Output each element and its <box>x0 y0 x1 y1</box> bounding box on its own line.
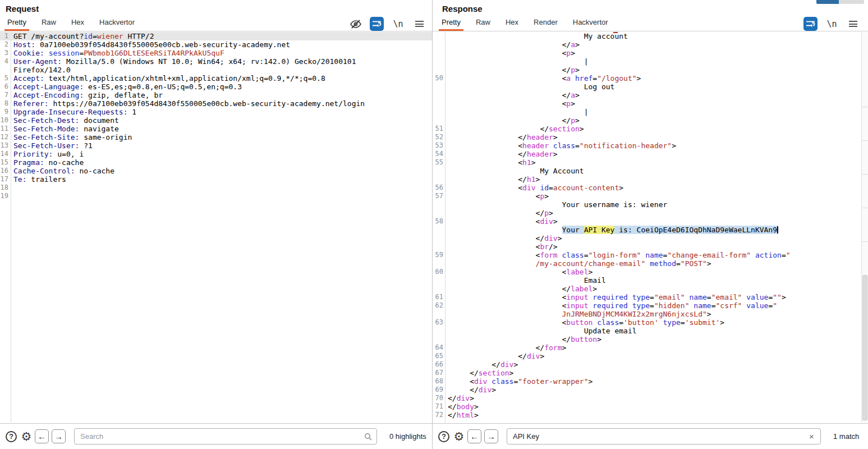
code-line: 15Pragma: no-cache <box>0 158 432 167</box>
tab-hackvertor[interactable]: Hackvertor <box>99 18 135 31</box>
code-line: 52 </header> <box>433 133 868 141</box>
line-number: 13 <box>0 141 8 150</box>
menu-icon[interactable] <box>412 17 426 31</box>
code-line: 3Cookie: session=PWbmob1G6DLtESEeRSiTA4R… <box>0 49 432 57</box>
tab-pretty[interactable]: Pretty <box>7 18 26 31</box>
line-number: 8 <box>0 99 8 108</box>
code-line: 55 <h1> <box>433 158 868 167</box>
code-line: <p> <box>433 49 868 57</box>
code-line: 57 <p> <box>433 192 868 200</box>
request-editor[interactable]: 1GET /my-account?id=wiener HTTP/22Host: … <box>0 32 432 423</box>
code-line: </h1> <box>433 175 868 184</box>
search-settings-gear-icon[interactable]: ⚙ <box>452 430 466 443</box>
line-number: 71 <box>433 402 443 411</box>
search-next-button[interactable]: → <box>52 429 66 443</box>
line-number: 11 <box>0 125 8 133</box>
menu-icon[interactable] <box>846 17 860 31</box>
code-line: 68 <div class="footer-wrapper"> <box>433 377 868 386</box>
response-editor[interactable]: My account </a> <p> | </p>50 <a href="/l… <box>433 32 868 423</box>
window-toggle-partial[interactable] <box>816 0 864 4</box>
code-line: </p> <box>433 209 868 217</box>
line-number: 3 <box>0 49 8 57</box>
code-line: 14Priority: u=0, i <box>0 150 432 158</box>
code-line: 16Cache-Control: no-cache <box>0 167 432 175</box>
newline-chars-icon[interactable]: \n <box>825 17 839 31</box>
code-line: 9Upgrade-Insecure-Requests: 1 <box>0 108 432 116</box>
burp-message-editor-window: Request PrettyRawHexHackvertor \n 1GE <box>0 0 868 449</box>
code-line: 67 </section> <box>433 369 868 377</box>
code-line: Your API Key is: CoeiOpE4eD6IOqDhNaD9eWa… <box>433 226 868 234</box>
code-line: </div> <box>433 234 868 242</box>
code-line: 51 </section> <box>433 125 868 133</box>
code-line: Firefox/142.0 <box>0 66 432 74</box>
clear-search-icon[interactable]: × <box>807 432 816 441</box>
tab-raw[interactable]: Raw <box>42 18 56 31</box>
line-number: 12 <box>0 133 8 141</box>
help-icon[interactable]: ? <box>4 430 18 443</box>
line-number: 1 <box>0 32 8 40</box>
request-search-status: 0 highlights <box>389 432 426 441</box>
tab-render[interactable]: Render <box>534 18 558 31</box>
tab-hackvertor[interactable]: Hackvertor <box>573 18 608 31</box>
response-scrollbar[interactable] <box>861 32 868 423</box>
line-number: 51 <box>433 125 443 133</box>
line-number: 2 <box>0 40 8 49</box>
eye-hidden-icon[interactable] <box>348 17 362 31</box>
code-line: 2Host: 0a7100eb039f054d8430f550005e00cb.… <box>0 40 432 49</box>
line-number: 68 <box>433 377 443 386</box>
wrap-lines-icon[interactable] <box>370 17 384 31</box>
line-number: 64 <box>433 343 443 352</box>
line-number: 57 <box>433 192 443 200</box>
code-line: | <box>433 57 868 66</box>
search-settings-gear-icon[interactable]: ⚙ <box>20 430 33 443</box>
tab-pretty[interactable]: Pretty <box>442 18 461 31</box>
search-prev-button[interactable]: ← <box>467 429 481 443</box>
scrollbar-thumb[interactable] <box>862 275 867 420</box>
code-line: My account <box>433 32 868 40</box>
line-number: 17 <box>0 175 8 184</box>
code-line: 8Referer: https://0a7100eb039f054d8430f5… <box>0 99 432 108</box>
response-panel: Response PrettyRawHexRenderHackvertor \n… <box>433 0 868 449</box>
line-number: 14 <box>0 150 8 158</box>
line-number: 10 <box>0 116 8 125</box>
code-line: </a> <box>433 40 868 49</box>
line-number: 19 <box>0 192 8 200</box>
code-line: 62 <input required type="hidden" name="c… <box>433 301 868 310</box>
code-line: 61 <input required type="email" name="em… <box>433 293 868 301</box>
line-number: 69 <box>433 386 443 394</box>
response-search-input[interactable] <box>507 428 821 445</box>
tab-hex[interactable]: Hex <box>71 18 84 31</box>
line-number: 15 <box>0 158 8 167</box>
response-searchbar: ? ⚙ ← → × 1 match <box>433 423 868 449</box>
help-icon[interactable]: ? <box>437 430 451 443</box>
code-line: </p> <box>433 66 868 74</box>
code-line: 54 </header> <box>433 150 868 158</box>
code-line: 50 <a href="/logout"> <box>433 74 868 83</box>
newline-chars-icon[interactable]: \n <box>391 17 405 31</box>
line-number: 54 <box>433 150 443 158</box>
response-tabbar: PrettyRawHexRenderHackvertor <box>433 16 868 31</box>
line-number: 60 <box>433 268 443 276</box>
line-number: 65 <box>433 352 443 360</box>
code-line: Log out <box>433 83 868 91</box>
code-line: 65 </div> <box>433 352 868 360</box>
code-line: 56 <div id=account-content> <box>433 184 868 192</box>
code-line: 59 <form class="login-form" name="change… <box>433 251 868 259</box>
code-line: 60 <label> <box>433 268 868 276</box>
search-prev-button[interactable]: ← <box>35 429 49 443</box>
tab-hex[interactable]: Hex <box>506 18 518 31</box>
code-line: 69 </div> <box>433 386 868 394</box>
request-search-input[interactable] <box>74 428 377 445</box>
request-editor-toolbar: \n <box>348 17 426 31</box>
wrap-lines-icon[interactable] <box>803 17 818 31</box>
code-line: 11Sec-Fetch-Mode: navigate <box>0 125 432 133</box>
line-number: 66 <box>433 360 443 369</box>
code-line: 71</body> <box>433 402 868 411</box>
code-line: <p> <box>433 99 868 108</box>
search-next-button[interactable]: → <box>484 429 498 443</box>
tab-raw[interactable]: Raw <box>476 18 490 31</box>
line-number: 63 <box>433 318 443 327</box>
line-number: 16 <box>0 167 8 175</box>
line-number: 50 <box>433 74 443 83</box>
code-line: </button> <box>433 335 868 343</box>
